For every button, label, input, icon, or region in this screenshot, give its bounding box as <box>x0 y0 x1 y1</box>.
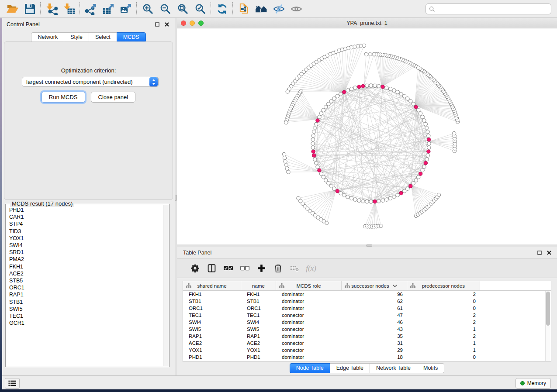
mcds-node-item[interactable]: STP4 <box>9 220 163 227</box>
mcds-node-item[interactable]: TID3 <box>9 228 163 235</box>
tab-style[interactable]: Style <box>64 32 89 42</box>
delete-columns-button[interactable] <box>270 261 286 276</box>
scrollbar-thumb[interactable] <box>546 292 550 326</box>
table-row[interactable]: ACE2ACE2connector311 <box>183 340 551 347</box>
mcds-list-scrollbar[interactable] <box>163 205 169 366</box>
float-panel-button[interactable] <box>536 249 543 256</box>
search-box[interactable] <box>426 3 551 14</box>
save-session-button[interactable] <box>21 1 38 16</box>
table-options-button[interactable] <box>187 261 203 276</box>
mcds-result-list[interactable]: PHD1CAR1STP4TID3YOX1SWI4SRD1PMA2FKH1ACE2… <box>6 206 163 366</box>
first-neighbors-button[interactable] <box>253 1 270 16</box>
close-mcds-panel-button[interactable]: Close panel <box>91 92 136 103</box>
refresh-button[interactable] <box>213 1 231 16</box>
table-row[interactable]: PHD1PHD1dominator180 <box>183 354 551 361</box>
memory-label: Memory <box>527 380 546 386</box>
column-header-shared-name[interactable]: shared name <box>183 281 241 290</box>
memory-button[interactable]: Memory <box>515 378 551 389</box>
mcds-node-item[interactable]: TEC1 <box>9 313 163 320</box>
mcds-node-item[interactable]: STB1 <box>9 299 163 306</box>
toolbar-divider <box>136 2 137 15</box>
mcds-node-item[interactable]: ORC1 <box>9 284 163 291</box>
mcds-node-item[interactable]: PHD1 <box>9 206 163 213</box>
open-icon <box>7 3 18 15</box>
mcds-node-item[interactable]: ACE2 <box>9 270 163 277</box>
window-minimize-icon[interactable] <box>190 21 195 26</box>
network-canvas[interactable] <box>177 28 557 245</box>
window-close-icon[interactable] <box>181 21 186 26</box>
tab-network-table[interactable]: Network Table <box>370 363 417 373</box>
table-body: FKH1FKH1dominator962STB1STB1dominator620… <box>183 291 551 361</box>
tab-edge-table[interactable]: Edge Table <box>330 363 370 373</box>
select-all-columns-button[interactable] <box>220 261 236 276</box>
table-scrollbar[interactable] <box>545 291 550 361</box>
unselect-all-columns-button[interactable] <box>236 261 253 276</box>
mcds-node-item[interactable]: SRD1 <box>9 249 163 256</box>
sort-desc-icon <box>393 285 397 287</box>
run-mcds-button[interactable]: Run MCDS <box>42 92 85 103</box>
mcds-node-item[interactable]: GCR1 <box>9 320 163 327</box>
zoom-fit-button[interactable] <box>174 1 191 16</box>
optimization-criterion-select[interactable]: largest connected component (undirected) <box>22 77 159 87</box>
close-panel-button[interactable] <box>163 21 170 28</box>
hide-selected-button[interactable] <box>270 1 287 16</box>
tab-node-table[interactable]: Node Table <box>290 363 330 373</box>
mcds-node-item[interactable]: STB5 <box>9 277 163 284</box>
column-header-successor-nodes[interactable]: successor nodes <box>342 281 407 290</box>
network-window-title: YPA_prune.txt_1 <box>346 20 387 26</box>
export-network-button[interactable] <box>82 1 100 16</box>
table-header-row: shared namenameMCDS rolesuccessor nodesp… <box>183 281 551 291</box>
table-row[interactable]: SWI4SWI4dominator462 <box>183 319 551 326</box>
window-zoom-icon[interactable] <box>198 21 204 26</box>
table-toolbar: f(x) <box>177 258 557 278</box>
tab-select[interactable]: Select <box>89 32 117 42</box>
mcds-node-item[interactable]: PMA2 <box>9 256 163 263</box>
zoom-out-button[interactable] <box>156 1 174 16</box>
memory-status-icon <box>520 381 525 385</box>
create-column-button[interactable] <box>253 261 270 276</box>
close-icon <box>547 251 551 255</box>
cytoscape-app: Control Panel NetworkStyleSelectMCDS Opt… <box>0 0 557 392</box>
export-table-button[interactable] <box>100 1 117 16</box>
network-window-titlebar[interactable]: YPA_prune.txt_1 <box>177 18 557 28</box>
task-history-button[interactable] <box>5 378 20 389</box>
select-stepper-icon <box>149 77 158 86</box>
export-image-button[interactable] <box>117 1 135 16</box>
hierarchy-icon <box>186 283 191 289</box>
table-row[interactable]: SWI5SWI5connector431 <box>183 326 551 333</box>
table-row[interactable]: FKH1FKH1dominator962 <box>183 291 551 298</box>
mcds-node-item[interactable]: YOX1 <box>9 235 163 242</box>
network-graph[interactable] <box>177 28 557 245</box>
column-header-MCDS-role[interactable]: MCDS role <box>276 281 342 290</box>
show-all-button[interactable] <box>287 1 305 16</box>
column-header-predecessor-nodes[interactable]: predecessor nodes <box>407 281 480 290</box>
optimization-criterion-label: Optimization criterion: <box>4 67 173 74</box>
import-network-button[interactable] <box>43 1 60 16</box>
tab-motifs[interactable]: Motifs <box>417 363 444 373</box>
open-file-button[interactable] <box>3 1 21 16</box>
search-input[interactable] <box>437 6 548 13</box>
table-row[interactable]: RAP1RAP1dominator352 <box>183 333 551 340</box>
zoom-in-button[interactable] <box>139 1 156 16</box>
zoom-fit-icon <box>177 3 189 15</box>
table-row[interactable]: ORC1ORC1dominator610 <box>183 305 551 312</box>
close-panel-button[interactable] <box>546 249 553 256</box>
mcds-node-item[interactable]: SWI4 <box>9 242 163 249</box>
table-row[interactable]: YOX1YOX1connector291 <box>183 347 551 354</box>
show-column-panel-button[interactable] <box>203 261 220 276</box>
table-row[interactable]: TEC1TEC1connector472 <box>183 312 551 319</box>
tab-network[interactable]: Network <box>31 32 64 42</box>
toolbar-divider <box>80 2 80 15</box>
table-row[interactable]: STB1STB1dominator620 <box>183 298 551 305</box>
copy-network-button[interactable] <box>235 1 253 16</box>
mcds-node-item[interactable]: FKH1 <box>9 263 163 270</box>
tab-mcds[interactable]: MCDS <box>117 32 146 42</box>
zoom-selected-button[interactable] <box>191 1 209 16</box>
mcds-node-item[interactable]: SWI5 <box>9 306 163 313</box>
mcds-node-item[interactable]: CAR1 <box>9 213 163 220</box>
column-header-name[interactable]: name <box>241 281 276 290</box>
import-table-button[interactable] <box>60 1 78 16</box>
float-panel-button[interactable] <box>154 21 161 28</box>
mcds-result-groupbox: MCDS result (17 nodes) PHD1CAR1STP4TID3Y… <box>5 204 170 367</box>
mcds-node-item[interactable]: RAP1 <box>9 291 163 298</box>
